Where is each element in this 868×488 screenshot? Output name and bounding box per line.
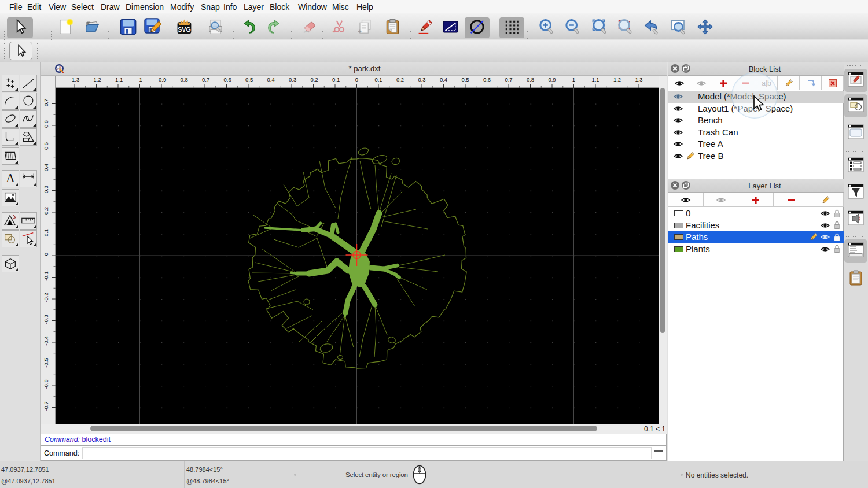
svg-text:SVG: SVG [178, 26, 191, 33]
svg-text:A: A [6, 171, 15, 185]
svg-text:+: + [332, 28, 336, 35]
svg-text:+: + [358, 28, 361, 35]
